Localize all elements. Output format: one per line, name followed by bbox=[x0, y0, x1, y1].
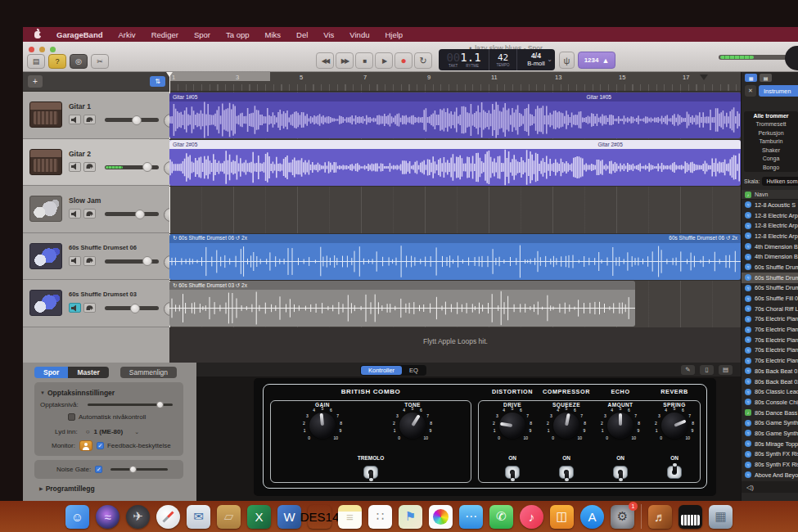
mute-button[interactable] bbox=[69, 209, 81, 219]
piano-icon[interactable] bbox=[679, 505, 702, 529]
track-header[interactable]: Gitar 2 bbox=[23, 139, 169, 187]
appstore-icon[interactable]: A bbox=[580, 505, 604, 529]
add-track-button[interactable]: + bbox=[28, 75, 43, 88]
pictures-icon[interactable]: ▦ bbox=[709, 505, 733, 529]
audio-region[interactable]: Gitar 2#05Gitar 2#05 bbox=[169, 140, 741, 186]
instrument-filter-button[interactable]: Instrumen bbox=[759, 85, 798, 97]
cycle-button[interactable]: ↻ bbox=[414, 52, 432, 69]
menu-item-rediger[interactable]: Rediger bbox=[151, 30, 178, 39]
loop-list-item[interactable]: ♪80s Dance Bass Sy bbox=[742, 408, 798, 418]
loop-list-item[interactable]: ≈80s Game Synth Ba bbox=[742, 428, 798, 439]
track-header[interactable]: Slow Jam bbox=[23, 186, 169, 233]
lcd-display[interactable]: 001.1 TAKTRYTME 42 TEMPO 4/4 B-moll ⌄ bbox=[439, 49, 555, 70]
timeline-empty-area[interactable]: Flytt Apple Loops hit. bbox=[169, 327, 741, 363]
spring-knob[interactable] bbox=[661, 413, 688, 439]
notes-icon[interactable]: ≡ bbox=[338, 505, 362, 529]
pencil-icon[interactable]: ✎ bbox=[681, 365, 695, 375]
tuner-button[interactable]: ψ bbox=[559, 52, 575, 69]
loop-list-item[interactable]: ≈4th Dimension B bbox=[742, 251, 798, 262]
count-in-metronome-button[interactable]: 1234▲ bbox=[578, 52, 615, 69]
loop-list-item[interactable]: ≈12-8 Electric Arp bbox=[742, 220, 798, 231]
track-volume-slider[interactable] bbox=[105, 118, 159, 122]
maps-icon[interactable]: ⚑ bbox=[399, 505, 422, 529]
track-volume-slider[interactable] bbox=[105, 165, 159, 169]
keyword-item[interactable]: Bongo bbox=[744, 164, 798, 172]
loop-list-item[interactable]: ≈80s Synth FX Riser bbox=[742, 449, 798, 460]
loop-list-item[interactable]: ≈12-8 Electric Arp bbox=[742, 231, 798, 241]
close-icon[interactable]: ✕ bbox=[745, 85, 756, 97]
loop-preview-volume[interactable]: ◁) bbox=[742, 481, 798, 493]
loop-list-item[interactable]: ≈70s Electric Piano bbox=[742, 345, 798, 356]
keyword-item[interactable]: Conga bbox=[744, 155, 798, 163]
messages-icon[interactable]: ⋯ bbox=[459, 505, 483, 529]
editor-button[interactable]: ✂ bbox=[91, 54, 109, 69]
disclosure-triangle-icon[interactable]: ▼ bbox=[40, 390, 45, 395]
volume-thumb[interactable] bbox=[130, 304, 140, 313]
mute-button[interactable] bbox=[69, 256, 81, 266]
menu-item-arkiv[interactable]: Arkiv bbox=[119, 30, 136, 39]
menu-item-spor[interactable]: Spor bbox=[194, 30, 210, 39]
keyword-item[interactable]: Perkusjon bbox=[744, 129, 798, 138]
loop-list-item[interactable]: ≈70s Electric Piano bbox=[742, 335, 798, 345]
keyword-item[interactable]: Alle trommer bbox=[744, 112, 798, 120]
forward-button[interactable]: ▶▶ bbox=[336, 52, 354, 69]
headphones-button[interactable] bbox=[83, 256, 96, 266]
photos-icon[interactable] bbox=[429, 505, 453, 529]
launchpad-icon[interactable]: ✈ bbox=[126, 505, 150, 529]
play-button[interactable]: ▶ bbox=[375, 52, 393, 69]
track-header[interactable]: Gitar 1 bbox=[23, 92, 169, 139]
drive-knob[interactable] bbox=[499, 413, 525, 439]
loop-list-item[interactable]: ≈70s Electric Piano bbox=[742, 324, 798, 335]
tab-spor[interactable]: Spor bbox=[34, 367, 68, 378]
loop-list-item[interactable]: ≈4th Dimension B bbox=[742, 241, 798, 252]
settings-icon[interactable]: ⚙1 bbox=[611, 505, 634, 529]
mute-button[interactable] bbox=[69, 162, 81, 172]
meter-icon[interactable]: ▯ bbox=[700, 365, 714, 375]
tab-master[interactable]: Master bbox=[68, 367, 108, 378]
keyword-item[interactable]: Trommesett bbox=[744, 120, 798, 128]
monitor-button[interactable] bbox=[79, 440, 92, 451]
headphones-button[interactable] bbox=[83, 303, 96, 313]
headphones-button[interactable] bbox=[83, 209, 96, 219]
quick-help-button[interactable]: ? bbox=[48, 54, 66, 69]
tab-eq[interactable]: EQ bbox=[402, 366, 426, 375]
toggle-switch[interactable] bbox=[558, 462, 575, 483]
garageband-icon[interactable]: ♬ bbox=[648, 505, 672, 529]
volume-thumb[interactable] bbox=[142, 256, 152, 266]
volume-thumb[interactable] bbox=[132, 115, 142, 125]
volume-thumb[interactable] bbox=[142, 162, 152, 172]
media-browser-button[interactable]: ▤ bbox=[760, 74, 772, 82]
loop-list-item[interactable]: ≈70s Electric Piano bbox=[742, 355, 798, 366]
cycle-region[interactable] bbox=[169, 72, 270, 81]
automation-button[interactable]: ⇅ bbox=[150, 76, 165, 87]
input-select[interactable]: 1 (ME-80) bbox=[94, 428, 124, 435]
apple-menu-icon[interactable] bbox=[34, 31, 41, 38]
squeeze-knob[interactable] bbox=[553, 413, 579, 439]
track-header[interactable]: 60s Shuffle Drumset 03 bbox=[23, 280, 169, 327]
loop-list-item[interactable]: ≈60s Shuffle Drum bbox=[742, 262, 798, 273]
feedback-checkbox[interactable]: ✓ bbox=[97, 442, 104, 449]
menu-item-vis[interactable]: Vis bbox=[323, 30, 334, 39]
menu-item-garageband[interactable]: GarageBand bbox=[56, 30, 103, 39]
track-volume-slider[interactable] bbox=[105, 306, 159, 310]
mail-icon[interactable]: ✉ bbox=[187, 505, 210, 529]
noise-gate-slider[interactable] bbox=[110, 468, 168, 471]
disclosure-triangle-icon[interactable]: ▶ bbox=[39, 485, 43, 491]
tab-kontroller[interactable]: Kontroller bbox=[361, 366, 402, 375]
menu-item-vindu[interactable]: Vindu bbox=[349, 30, 369, 39]
loop-list-item[interactable]: ≈80s Classic Lead S bbox=[742, 386, 798, 397]
menu-item-ta-opp[interactable]: Ta opp bbox=[226, 30, 250, 39]
scale-select[interactable]: Hvilken som bbox=[762, 177, 798, 186]
loop-list-item[interactable]: ≈60s Shuffle Drum bbox=[742, 283, 798, 294]
loop-list-item[interactable]: ≈12-8 Acoustic S bbox=[742, 200, 798, 210]
menu-item-hjelp[interactable]: Hjelp bbox=[385, 30, 403, 39]
facetime-icon[interactable]: ✆ bbox=[489, 505, 513, 529]
headphones-button[interactable] bbox=[83, 115, 96, 124]
stop-button[interactable]: ■ bbox=[355, 52, 373, 69]
timeline-ruler[interactable]: 1357911131517 bbox=[169, 72, 741, 92]
siri-icon[interactable]: ≈ bbox=[96, 505, 119, 529]
audio-region[interactable]: ↻ 60s Shuffle Drumset 03 ↺ 2x bbox=[169, 281, 635, 327]
smart-controls-button[interactable]: ◎ bbox=[70, 54, 88, 69]
loop-list-item[interactable]: ≈80s Back Beat 01 bbox=[742, 366, 798, 376]
toggle-switch[interactable] bbox=[666, 462, 683, 483]
